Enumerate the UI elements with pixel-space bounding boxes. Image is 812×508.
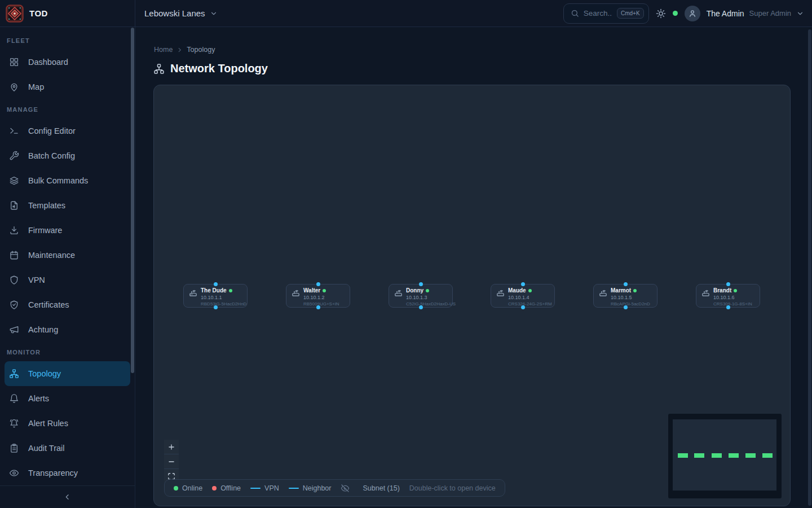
connection-handle-bottom[interactable] [214, 305, 218, 309]
sidebar-item-label: Firmware [28, 226, 62, 235]
eye-icon [9, 468, 19, 478]
clipboard-icon [9, 443, 19, 453]
zoom-out-button[interactable] [164, 454, 179, 469]
sidebar-item-label: Batch Config [28, 151, 75, 160]
sidebar-item-templates[interactable]: Templates [5, 193, 130, 218]
connection-handle-top[interactable] [214, 282, 218, 286]
connection-handle-top[interactable] [624, 282, 628, 286]
device-node-maude[interactable]: Maude 10.10.1.4 CRS326-24G-2S+RM [491, 284, 555, 308]
sidebar-item-map[interactable]: Map [5, 75, 130, 99]
connection-handle-bottom[interactable] [521, 305, 525, 309]
sidebar-item-certificates[interactable]: Certificates [5, 292, 130, 317]
connection-handle-bottom[interactable] [726, 305, 730, 309]
sidebar-scrollbar[interactable] [131, 28, 134, 373]
connection-handle-top[interactable] [726, 282, 730, 286]
offline-dot [212, 486, 217, 491]
device-model: RBcAPGi-5acD2nD [611, 301, 650, 306]
sidebar-item-label: Certificates [28, 300, 69, 309]
sidebar-item-achtung[interactable]: Achtung [5, 317, 130, 342]
device-node-donny[interactable]: Donny 10.10.1.3 C52iG-5HaxD2HaxD-US [389, 284, 453, 308]
router-icon [701, 288, 710, 297]
router-icon [496, 288, 505, 297]
device-name: Walter [303, 287, 320, 294]
chevron-down-icon [210, 10, 218, 17]
user-icon [688, 9, 697, 18]
minimap-node [694, 453, 704, 458]
search-input[interactable] [584, 9, 612, 17]
sidebar-collapse-button[interactable] [0, 485, 135, 508]
user-role: Super Admin [749, 9, 791, 17]
toggle-labels-button[interactable] [341, 484, 350, 493]
sidebar-item-label: Map [28, 82, 44, 91]
sidebar-item-dashboard[interactable]: Dashboard [5, 50, 130, 75]
search-box[interactable]: Cmd+K [563, 3, 649, 24]
legend-bar: Online Offline VPN Neighbor Subnet (15) … [164, 479, 505, 497]
sidebar-item-alert-rules[interactable]: Alert Rules [5, 411, 130, 436]
sidebar-item-vpn[interactable]: VPN [5, 268, 130, 292]
sidebar-item-label: VPN [28, 275, 45, 284]
online-dot [174, 486, 178, 491]
device-ip: 10.10.1.1 [201, 295, 244, 300]
page-scrollbar[interactable] [808, 29, 811, 506]
eye-off-icon [341, 484, 350, 493]
sidebar-item-transparency[interactable]: Transparency [5, 461, 130, 485]
minimap[interactable] [668, 414, 782, 498]
sidebar-item-batch-config[interactable]: Batch Config [5, 143, 130, 168]
connection-handle-bottom[interactable] [624, 305, 628, 309]
download-icon [9, 225, 19, 235]
brand: TOD [0, 0, 135, 27]
router-icon [394, 288, 403, 297]
sidebar-item-audit-trail[interactable]: Audit Trail [5, 436, 130, 461]
sidebar-item-maintenance[interactable]: Maintenance [5, 243, 130, 268]
page-title: Network Topology [170, 62, 268, 75]
user-name: The Admin [707, 9, 744, 18]
dashboard-icon [9, 57, 19, 67]
device-model: C52iG-5HaxD2HaxD-US [406, 301, 449, 306]
device-node-the-dude[interactable]: The Dude 10.10.1.1 RBD53iG-5HacD2HnD [183, 284, 248, 308]
chevron-right-icon [176, 47, 183, 53]
shield-icon [9, 275, 19, 285]
device-node-walter[interactable]: Walter 10.10.1.2 RB5009UG+S+IN [286, 284, 350, 308]
minimap-viewport [673, 419, 776, 491]
connection-handle-top[interactable] [316, 282, 320, 286]
device-ip: 10.10.1.2 [303, 295, 339, 300]
search-icon [571, 9, 579, 17]
device-model: CRS309-1G-8S+IN [713, 301, 752, 306]
sidebar-item-alerts[interactable]: Alerts [5, 386, 130, 411]
theme-toggle-button[interactable] [656, 8, 666, 19]
device-node-marmot[interactable]: Marmot 10.10.1.5 RBcAPGi-5acD2nD [593, 284, 657, 308]
device-node-brandt[interactable]: Brandt 10.10.1.6 CRS309-1G-8S+IN [696, 284, 760, 308]
bell-ring-icon [9, 418, 19, 428]
sidebar-item-label: Alert Rules [28, 419, 68, 428]
sidebar-item-firmware[interactable]: Firmware [5, 218, 130, 243]
zoom-controls [164, 440, 179, 484]
device-model: RB5009UG+S+IN [303, 301, 339, 306]
sidebar-item-bulk-commands[interactable]: Bulk Commands [5, 168, 130, 193]
user-menu[interactable]: The Admin Super Admin [685, 6, 804, 21]
topology-title-icon [153, 63, 165, 75]
device-name: The Dude [201, 287, 227, 294]
plus-icon [167, 443, 175, 451]
terminal-icon [9, 126, 19, 136]
sidebar-item-config-editor[interactable]: Config Editor [5, 119, 130, 143]
bell-icon [9, 393, 19, 404]
legend-online-label: Online [182, 484, 202, 492]
megaphone-icon [9, 325, 19, 335]
sidebar-item-label: Alerts [28, 394, 49, 403]
topology-canvas[interactable]: The Dude 10.10.1.1 RBD53iG-5HacD2HnD Wal… [153, 85, 791, 506]
search-shortcut: Cmd+K [617, 8, 644, 19]
connection-handle-bottom[interactable] [316, 305, 320, 309]
zoom-in-button[interactable] [164, 440, 179, 454]
org-switcher[interactable]: Lebowski Lanes [144, 8, 218, 18]
device-name: Marmot [611, 287, 631, 294]
sidebar-item-label: Config Editor [28, 126, 76, 135]
connection-handle-bottom[interactable] [419, 305, 423, 309]
topbar: TOD Lebowski Lanes Cmd+K The Admin Super… [0, 0, 812, 27]
sidebar-item-topology[interactable]: Topology [5, 361, 130, 386]
connection-handle-top[interactable] [521, 282, 525, 286]
connection-handle-top[interactable] [419, 282, 423, 286]
legend-neighbor-label: Neighbor [303, 484, 332, 492]
breadcrumb-home-link[interactable]: Home [154, 46, 173, 54]
online-status-dot [323, 289, 326, 292]
tod-logo-icon [6, 5, 24, 23]
